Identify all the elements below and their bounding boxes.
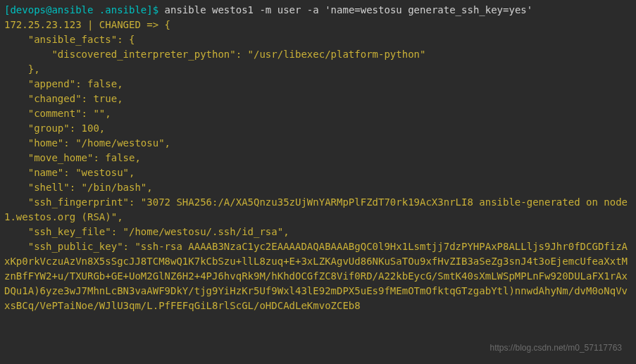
terminal-output[interactable]: [devops@ansible .ansible]$ ansible westo… — [4, 3, 632, 313]
command-text: ansible westos1 -m user -a 'name=westosu… — [158, 4, 532, 15]
output-line-8: "home": "/home/westosu", — [4, 137, 170, 149]
output-line-1: "ansible_facts": { — [4, 34, 135, 45]
output-line-3: }, — [4, 63, 40, 75]
output-line-13: "ssh_key_file": "/home/westosu/.ssh/id_r… — [4, 226, 289, 237]
output-line-9: "move_home": false, — [4, 152, 141, 163]
output-line-12: "ssh_fingerprint": "3072 SHA256:/A/XA5Qn… — [4, 196, 628, 222]
shell-prompt: [devops@ansible .ansible]$ — [4, 4, 158, 15]
output-line-2: "discovered_interpreter_python": "/usr/l… — [4, 49, 425, 60]
output-line-6: "comment": "", — [4, 108, 111, 119]
output-line-11: "shell": "/bin/bash", — [4, 182, 153, 193]
output-line-4: "append": false, — [4, 78, 123, 89]
output-line-7: "group": 100, — [4, 123, 105, 134]
output-line-0: 172.25.23.123 | CHANGED => { — [4, 19, 170, 30]
output-line-14: "ssh_public_key": "ssh-rsa AAAAB3NzaC1yc… — [4, 241, 628, 311]
output-line-10: "name": "westosu", — [4, 167, 135, 178]
output-line-5: "changed": true, — [4, 93, 123, 104]
watermark-text: https://blog.csdn.net/m0_57117763 — [490, 341, 622, 354]
